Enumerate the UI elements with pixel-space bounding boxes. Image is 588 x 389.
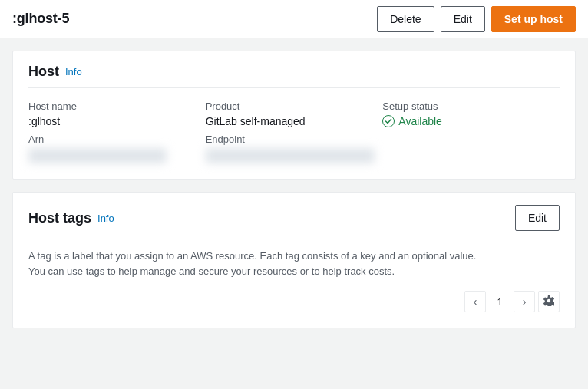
host-name-group: Host name :glhost — [28, 101, 206, 127]
host-tags-edit-button[interactable]: Edit — [515, 205, 560, 231]
chevron-left-icon: ‹ — [474, 295, 477, 308]
host-card-title: Host — [28, 64, 59, 80]
available-text: Available — [398, 115, 442, 127]
pagination-next-button[interactable]: › — [514, 291, 535, 312]
edit-button[interactable]: Edit — [441, 6, 485, 32]
host-tags-description: A tag is a label that you assign to an A… — [28, 249, 489, 279]
host-info-link[interactable]: Info — [65, 66, 82, 77]
host-tags-title: Host tags — [28, 210, 91, 226]
top-actions: Delete Edit Set up host — [377, 6, 576, 32]
host-tags-card: Host tags Info Edit A tag is a label tha… — [12, 192, 576, 328]
arn-label: Arn — [28, 134, 206, 145]
endpoint-label: Endpoint — [206, 134, 383, 145]
host-card-header: Host Info — [28, 64, 560, 88]
host-tags-info-link[interactable]: Info — [97, 213, 114, 224]
product-value: GitLab self-managed — [206, 115, 383, 127]
arn-group: Arn — [28, 134, 206, 163]
page-title: :glhost-5 — [12, 11, 69, 27]
top-bar: :glhost-5 Delete Edit Set up host — [0, 0, 588, 38]
setup-status-group: Setup status Available — [382, 101, 560, 127]
endpoint-group: Endpoint — [206, 134, 383, 163]
product-group: Product GitLab self-managed — [206, 101, 383, 127]
available-icon — [382, 115, 395, 127]
host-fields-grid: Host name :glhost Product GitLab self-ma… — [28, 101, 560, 127]
delete-button[interactable]: Delete — [377, 6, 434, 32]
product-label: Product — [206, 101, 383, 112]
pagination-prev-button[interactable]: ‹ — [464, 291, 486, 312]
endpoint-value — [206, 148, 375, 163]
content: Host Info Host name :glhost Product GitL… — [0, 38, 588, 341]
host-tags-header-left: Host tags Info — [28, 210, 114, 226]
svg-point-0 — [383, 116, 395, 127]
host-card: Host Info Host name :glhost Product GitL… — [12, 51, 576, 180]
pagination-row: ‹ 1 › — [28, 291, 560, 312]
pagination-current-page: 1 — [489, 291, 510, 312]
setup-host-button[interactable]: Set up host — [491, 6, 576, 32]
chevron-right-icon: › — [523, 295, 527, 308]
arn-value — [28, 148, 167, 163]
settings-button[interactable] — [538, 291, 560, 312]
host-name-value: :glhost — [28, 115, 206, 127]
setup-status-label: Setup status — [382, 101, 560, 112]
host-name-label: Host name — [28, 101, 206, 112]
host-fields-grid-row2: Arn Endpoint — [28, 134, 560, 163]
host-tags-header: Host tags Info Edit — [28, 205, 560, 239]
setup-status-value: Available — [382, 115, 560, 127]
gear-icon — [543, 295, 554, 308]
